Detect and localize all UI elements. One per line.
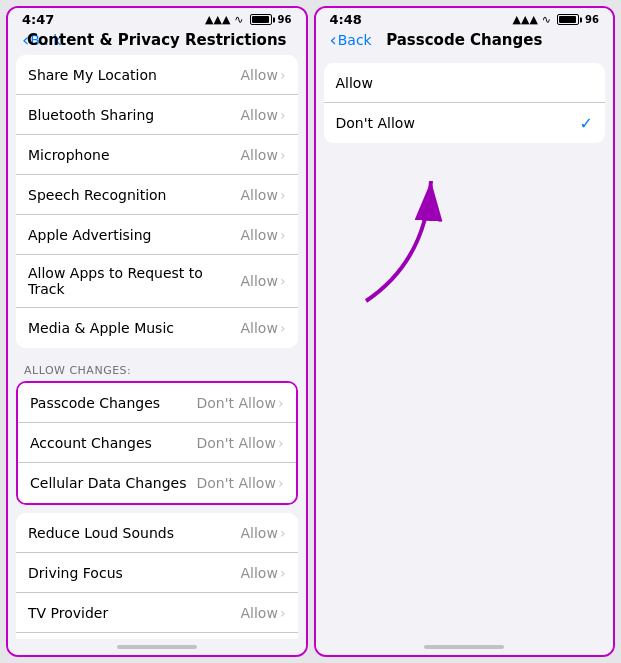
- option-item[interactable]: Allow: [324, 63, 606, 103]
- item-label: Allow Apps to Request to Track: [28, 265, 241, 297]
- left-highlighted-group: Passcode Changes Don't Allow › Account C…: [16, 381, 298, 505]
- chevron-right-icon: ›: [280, 605, 286, 621]
- item-value: Allow: [241, 107, 278, 123]
- right-home-bar: [424, 645, 504, 649]
- chevron-right-icon: ›: [278, 435, 284, 451]
- option-label: Don't Allow: [336, 115, 415, 131]
- item-value: Allow: [241, 525, 278, 541]
- highlighted-list-item[interactable]: Passcode Changes Don't Allow ›: [18, 383, 296, 423]
- chevron-right-icon: ›: [280, 320, 286, 336]
- list-item[interactable]: Media & Apple Music Allow ›: [16, 308, 298, 348]
- item-label: Apple Advertising: [28, 227, 152, 243]
- item-label: Bluetooth Sharing: [28, 107, 154, 123]
- signal-icon: ▲▲▲: [205, 13, 230, 26]
- left-bottom-group: Reduce Loud Sounds Allow › Driving Focus…: [16, 513, 298, 639]
- right-options-group: Allow Don't Allow ✓: [324, 63, 606, 143]
- battery-label: 96: [278, 14, 292, 25]
- wifi-icon: ∿: [234, 13, 243, 26]
- item-label: Reduce Loud Sounds: [28, 525, 174, 541]
- left-status-bar: 4:47 ▲▲▲ ∿ 96: [8, 8, 306, 29]
- item-value: Allow: [241, 605, 278, 621]
- chevron-right-icon: ›: [280, 67, 286, 83]
- purple-arrow-icon: [336, 161, 456, 311]
- right-panel: 4:48 ▲▲▲ ∿ 96 ‹ Back Passcode Changes Al…: [314, 6, 616, 657]
- list-item[interactable]: Apple Advertising Allow ›: [16, 215, 298, 255]
- item-value: Don't Allow: [197, 395, 276, 411]
- right-panel-content: Allow Don't Allow ✓: [316, 55, 614, 639]
- item-label: Cellular Data Changes: [30, 475, 187, 491]
- list-item[interactable]: Microphone Allow ›: [16, 135, 298, 175]
- chevron-right-icon: ›: [280, 565, 286, 581]
- item-label: Passcode Changes: [30, 395, 160, 411]
- item-value: Allow: [241, 67, 278, 83]
- right-battery-icon: [557, 14, 579, 25]
- item-label: Driving Focus: [28, 565, 123, 581]
- arrow-area: [316, 151, 614, 351]
- right-nav-title: Passcode Changes: [386, 31, 542, 49]
- list-item[interactable]: Speech Recognition Allow ›: [16, 175, 298, 215]
- right-status-icons: ▲▲▲ ∿ 96: [512, 13, 599, 26]
- item-value: Don't Allow: [197, 435, 276, 451]
- list-item[interactable]: Bluetooth Sharing Allow ›: [16, 95, 298, 135]
- item-label: Media & Apple Music: [28, 320, 174, 336]
- highlighted-list-item[interactable]: Account Changes Don't Allow ›: [18, 423, 296, 463]
- left-time: 4:47: [22, 12, 54, 27]
- item-value: Allow: [241, 147, 278, 163]
- chevron-right-icon: ›: [278, 475, 284, 491]
- list-item[interactable]: TV Provider Allow ›: [16, 593, 298, 633]
- option-item[interactable]: Don't Allow ✓: [324, 103, 606, 143]
- battery-icon: [250, 14, 272, 25]
- left-panel-content: Share My Location Allow › Bluetooth Shar…: [8, 55, 306, 639]
- highlighted-list-item[interactable]: Cellular Data Changes Don't Allow ›: [18, 463, 296, 503]
- item-label: Account Changes: [30, 435, 152, 451]
- right-wifi-icon: ∿: [542, 13, 551, 26]
- right-back-label: Back: [338, 32, 372, 48]
- left-status-icons: ▲▲▲ ∿ 96: [205, 13, 292, 26]
- item-value: Allow: [241, 273, 278, 289]
- left-nav-bar: ‹ B...k Content & Privacy Restrictions: [8, 29, 306, 55]
- chevron-right-icon: ›: [280, 227, 286, 243]
- item-value: Allow: [241, 187, 278, 203]
- option-label: Allow: [336, 75, 373, 91]
- checkmark-icon: ✓: [580, 114, 593, 133]
- left-section-header: ALLOW CHANGES:: [8, 356, 306, 381]
- item-value: Allow: [241, 565, 278, 581]
- list-item[interactable]: Reduce Loud Sounds Allow ›: [16, 513, 298, 553]
- item-label: TV Provider: [28, 605, 108, 621]
- item-label: Share My Location: [28, 67, 157, 83]
- list-item[interactable]: Share My Location Allow ›: [16, 55, 298, 95]
- item-value: Allow: [241, 320, 278, 336]
- chevron-right-icon: ›: [280, 273, 286, 289]
- left-panel: 4:47 ▲▲▲ ∿ 96 ‹ B...k Content & Privacy …: [6, 6, 308, 657]
- right-home-indicator: [316, 639, 614, 655]
- left-nav-title: Content & Privacy Restrictions: [27, 31, 287, 49]
- left-home-indicator: [8, 639, 306, 655]
- right-time: 4:48: [330, 12, 362, 27]
- chevron-right-icon: ›: [278, 395, 284, 411]
- item-value: Allow: [241, 227, 278, 243]
- right-signal-icon: ▲▲▲: [512, 13, 537, 26]
- right-battery-label: 96: [585, 14, 599, 25]
- chevron-right-icon: ›: [280, 147, 286, 163]
- right-back-chevron-icon: ‹: [330, 31, 337, 49]
- left-top-group: Share My Location Allow › Bluetooth Shar…: [16, 55, 298, 348]
- chevron-right-icon: ›: [280, 107, 286, 123]
- right-status-bar: 4:48 ▲▲▲ ∿ 96: [316, 8, 614, 29]
- list-item[interactable]: Allow Apps to Request to Track Allow ›: [16, 255, 298, 308]
- item-label: Microphone: [28, 147, 110, 163]
- right-back-button[interactable]: ‹ Back: [330, 31, 372, 49]
- item-label: Speech Recognition: [28, 187, 166, 203]
- chevron-right-icon: ›: [280, 187, 286, 203]
- list-item[interactable]: Driving Focus Allow ›: [16, 553, 298, 593]
- chevron-right-icon: ›: [280, 525, 286, 541]
- item-value: Don't Allow: [197, 475, 276, 491]
- left-home-bar: [117, 645, 197, 649]
- right-nav-bar: ‹ Back Passcode Changes: [316, 29, 614, 55]
